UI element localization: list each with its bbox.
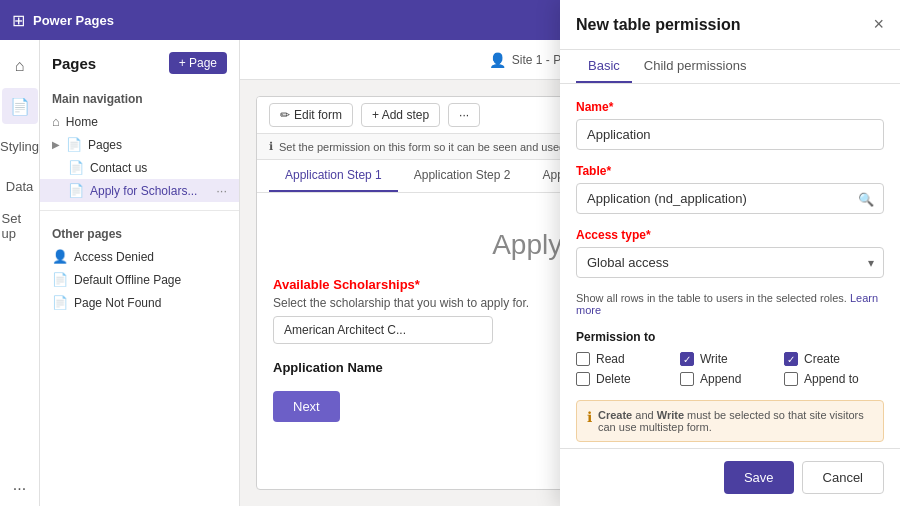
sidebar-item-data[interactable]: Data bbox=[2, 168, 38, 204]
pages-nav-label: Pages bbox=[88, 138, 227, 152]
access-type-wrapper: Global access ▾ bbox=[576, 247, 884, 278]
warning-text: Create and Write must be selected so tha… bbox=[598, 409, 873, 433]
more-icon[interactable]: ··· bbox=[13, 480, 26, 498]
perm-write-checkbox[interactable]: ✓ bbox=[680, 352, 694, 366]
sidebar-item-not-found[interactable]: 📄 Page Not Found bbox=[40, 291, 239, 314]
add-page-button[interactable]: + Page bbox=[169, 52, 227, 74]
other-pages-label: Other pages bbox=[40, 219, 239, 245]
app-title: Power Pages bbox=[33, 13, 114, 28]
grid-icon[interactable]: ⊞ bbox=[12, 11, 25, 30]
permission-to-label: Permission to bbox=[576, 330, 884, 344]
name-input[interactable] bbox=[576, 119, 884, 150]
save-button[interactable]: Save bbox=[724, 461, 794, 494]
table-field-group: Table* 🔍 bbox=[576, 164, 884, 214]
info-icon: ℹ bbox=[269, 140, 273, 153]
sidebar-item-pages-nav[interactable]: ▶ 📄 Pages bbox=[40, 133, 239, 156]
perm-read-checkbox[interactable] bbox=[576, 352, 590, 366]
site-icon: 👤 bbox=[489, 52, 506, 68]
perm-append-checkbox[interactable] bbox=[680, 372, 694, 386]
perm-item-read: Read bbox=[576, 352, 676, 366]
permissions-grid: Read ✓ Write ✓ Create Delete bbox=[576, 352, 884, 386]
contact-us-label: Contact us bbox=[90, 161, 227, 175]
scholarship-input[interactable]: American Architect C... bbox=[273, 316, 493, 344]
name-field-group: Name* bbox=[576, 100, 884, 150]
main-layout: ⌂ 📄 Styling Data Set up ··· Pages + Page… bbox=[0, 40, 900, 506]
perm-delete-checkbox[interactable] bbox=[576, 372, 590, 386]
sidebar-item-home[interactable]: ⌂ bbox=[2, 48, 38, 84]
perm-item-append-to: Append to bbox=[784, 372, 884, 386]
apply-more-icon[interactable]: ··· bbox=[216, 183, 227, 198]
perm-append-to-checkbox[interactable] bbox=[784, 372, 798, 386]
perm-delete-label: Delete bbox=[596, 372, 631, 386]
perm-item-write: ✓ Write bbox=[680, 352, 780, 366]
perm-append-to-label: Append to bbox=[804, 372, 859, 386]
pages-title: Pages bbox=[52, 55, 96, 72]
access-type-label: Access type* bbox=[576, 228, 884, 242]
home-nav-icon: ⌂ bbox=[52, 114, 60, 129]
warning-bar: ℹ Create and Write must be selected so t… bbox=[576, 400, 884, 442]
perm-item-append: Append bbox=[680, 372, 780, 386]
table-input-wrapper: 🔍 bbox=[576, 183, 884, 214]
sidebar-item-pages[interactable]: 📄 bbox=[2, 88, 38, 124]
tab-step2[interactable]: Application Step 2 bbox=[398, 160, 527, 192]
expand-icon: ▶ bbox=[52, 139, 60, 150]
next-button[interactable]: Next bbox=[273, 391, 340, 422]
sidebar-item-home-nav[interactable]: ⌂ Home bbox=[40, 110, 239, 133]
sidebar-item-styling[interactable]: Styling bbox=[2, 128, 38, 164]
apply-icon: 📄 bbox=[68, 183, 84, 198]
panel-body: Name* Table* 🔍 Access type* bbox=[560, 84, 900, 448]
more-options-button[interactable]: ··· bbox=[448, 103, 480, 127]
sidebar-item-offline[interactable]: 📄 Default Offline Page bbox=[40, 268, 239, 291]
perm-item-create: ✓ Create bbox=[784, 352, 884, 366]
pages-sidebar: Pages + Page Main navigation ⌂ Home ▶ 📄 … bbox=[40, 40, 240, 506]
permission-to-section: Permission to Read ✓ Write ✓ Create bbox=[576, 330, 884, 386]
access-type-field-group: Access type* Global access ▾ bbox=[576, 228, 884, 278]
sidebar-item-apply[interactable]: 📄 Apply for Scholars... ··· bbox=[40, 179, 239, 202]
topbar-left: ⊞ Power Pages bbox=[12, 11, 114, 30]
sidebar-item-access-denied[interactable]: 👤 Access Denied bbox=[40, 245, 239, 268]
panel-header: New table permission × bbox=[560, 40, 900, 50]
not-found-icon: 📄 bbox=[52, 295, 68, 310]
name-label: Name* bbox=[576, 100, 884, 114]
warning-icon: ℹ bbox=[587, 409, 592, 425]
nav-divider bbox=[40, 210, 239, 211]
tab-basic[interactable]: Basic bbox=[576, 50, 632, 83]
home-nav-label: Home bbox=[66, 115, 227, 129]
apply-label: Apply for Scholars... bbox=[90, 184, 210, 198]
cancel-button[interactable]: Cancel bbox=[802, 461, 884, 494]
access-note: Show all rows in the table to users in t… bbox=[576, 292, 884, 316]
access-denied-icon: 👤 bbox=[52, 249, 68, 264]
perm-item-delete: Delete bbox=[576, 372, 676, 386]
edit-form-button[interactable]: ✏ Edit form bbox=[269, 103, 353, 127]
panel-footer: Save Cancel bbox=[560, 448, 900, 506]
add-step-label: + Add step bbox=[372, 108, 429, 122]
contact-us-icon: 📄 bbox=[68, 160, 84, 175]
not-found-label: Page Not Found bbox=[74, 296, 227, 310]
main-navigation-label: Main navigation bbox=[40, 84, 239, 110]
perm-read-label: Read bbox=[596, 352, 625, 366]
icon-sidebar: ⌂ 📄 Styling Data Set up ··· bbox=[0, 40, 40, 506]
sidebar-item-setup[interactable]: Set up bbox=[2, 208, 38, 244]
permission-panel: New table permission × Basic Child permi… bbox=[560, 40, 900, 506]
tab-step1[interactable]: Application Step 1 bbox=[269, 160, 398, 192]
pages-nav-icon: 📄 bbox=[66, 137, 82, 152]
table-input[interactable] bbox=[576, 183, 884, 214]
tab-child-permissions[interactable]: Child permissions bbox=[632, 50, 759, 83]
edit-form-label: Edit form bbox=[294, 108, 342, 122]
offline-icon: 📄 bbox=[52, 272, 68, 287]
perm-create-label: Create bbox=[804, 352, 840, 366]
sidebar-item-contact-us[interactable]: 📄 Contact us bbox=[40, 156, 239, 179]
perm-create-checkbox[interactable]: ✓ bbox=[784, 352, 798, 366]
perm-append-label: Append bbox=[700, 372, 741, 386]
access-type-select[interactable]: Global access bbox=[576, 247, 884, 278]
edit-form-icon: ✏ bbox=[280, 108, 290, 122]
add-step-button[interactable]: + Add step bbox=[361, 103, 440, 127]
offline-label: Default Offline Page bbox=[74, 273, 227, 287]
panel-tabs: Basic Child permissions bbox=[560, 50, 900, 84]
access-denied-label: Access Denied bbox=[74, 250, 227, 264]
table-label: Table* bbox=[576, 164, 884, 178]
perm-write-label: Write bbox=[700, 352, 728, 366]
pages-header: Pages + Page bbox=[40, 52, 239, 84]
